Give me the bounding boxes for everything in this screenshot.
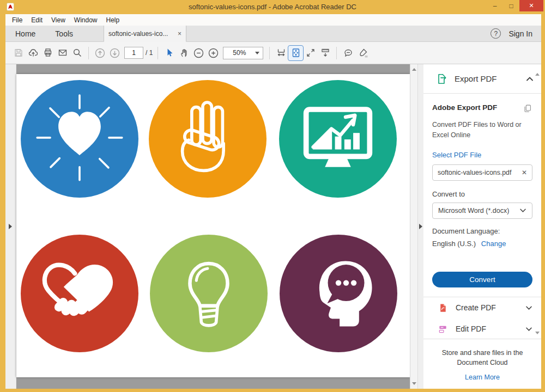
zoom-out-button[interactable] bbox=[191, 46, 206, 60]
highlighter-icon bbox=[358, 47, 368, 58]
panel-collapse-strip[interactable] bbox=[417, 64, 423, 389]
create-pdf-icon bbox=[438, 303, 448, 313]
tab-tools[interactable]: Tools bbox=[45, 26, 83, 41]
titlebar: softonic-values-icons.pdf - Adobe Acroba… bbox=[0, 0, 545, 14]
fullscreen-button[interactable] bbox=[303, 46, 318, 60]
page-number-input[interactable] bbox=[124, 47, 143, 59]
panel-scroll-down-icon[interactable] bbox=[535, 332, 540, 334]
document-language-label: Document Language: bbox=[432, 227, 532, 235]
tab-home[interactable]: Home bbox=[5, 26, 45, 41]
adobe-export-pdf-text: Adobe Export PDF bbox=[432, 103, 497, 113]
edit-pdf-icon bbox=[438, 324, 448, 334]
format-dropdown[interactable]: Microsoft Word (*.docx) bbox=[432, 203, 532, 219]
page-up-icon bbox=[94, 47, 106, 59]
fit-page-icon bbox=[290, 47, 301, 58]
select-pdf-file-link[interactable]: Select PDF File bbox=[432, 151, 532, 159]
share-button[interactable] bbox=[26, 46, 40, 60]
edit-pdf-label: Edit PDF bbox=[456, 324, 486, 333]
window-controls: – □ ✕ bbox=[487, 0, 543, 11]
toolbar-divider bbox=[88, 47, 89, 59]
highlight-button[interactable] bbox=[355, 46, 370, 60]
tab-document[interactable]: softonic-values-ico... × bbox=[104, 26, 186, 42]
print-button[interactable] bbox=[40, 46, 55, 60]
acrobat-window: softonic-values-icons.pdf - Adobe Acroba… bbox=[0, 0, 545, 392]
selected-file-box[interactable]: softonic-values-icons.pdf ✕ bbox=[432, 164, 532, 181]
pdf-page bbox=[16, 74, 410, 377]
comment-button[interactable] bbox=[341, 46, 355, 60]
menubar: File Edit View Window Help bbox=[5, 14, 541, 26]
footer-text: Store and share files in the Document Cl… bbox=[434, 348, 530, 367]
help-circle-icon[interactable]: ? bbox=[491, 28, 501, 39]
adobe-export-pdf-title: Adobe Export PDF bbox=[432, 103, 532, 113]
window-title: softonic-values-icons.pdf - Adobe Acroba… bbox=[0, 3, 545, 11]
document-scrollbar[interactable] bbox=[410, 64, 417, 389]
main-area: Export PDF Adobe Export PDF bbox=[5, 64, 541, 389]
toolbar: / 1 50 bbox=[5, 42, 541, 64]
fit-width-button[interactable] bbox=[274, 46, 288, 60]
menu-edit[interactable]: Edit bbox=[27, 16, 47, 24]
save-button[interactable] bbox=[11, 46, 26, 60]
head-with-speech-bubble-icon bbox=[280, 235, 397, 352]
scroll-up-icon[interactable] bbox=[412, 68, 416, 71]
menu-window[interactable]: Window bbox=[70, 16, 102, 24]
menu-file[interactable]: File bbox=[8, 16, 27, 24]
zoom-in-button[interactable] bbox=[206, 46, 221, 60]
save-icon bbox=[13, 47, 24, 58]
email-icon bbox=[57, 47, 68, 58]
select-tool-button[interactable] bbox=[162, 46, 177, 60]
export-pdf-body: Adobe Export PDF Convert PDF Files to Wo… bbox=[423, 94, 541, 297]
menu-help[interactable]: Help bbox=[102, 16, 124, 24]
language-value: English (U.S.) bbox=[432, 240, 476, 248]
fit-width-icon bbox=[276, 47, 287, 58]
remove-file-icon[interactable]: ✕ bbox=[519, 169, 527, 176]
zoom-out-icon bbox=[193, 47, 204, 59]
convert-to-label: Convert to bbox=[432, 190, 532, 198]
tab-document-label: softonic-values-ico... bbox=[108, 30, 174, 38]
change-language-link[interactable]: Change bbox=[481, 240, 506, 248]
sign-in-button[interactable]: Sign In bbox=[508, 29, 532, 38]
create-pdf-row[interactable]: Create PDF bbox=[423, 297, 541, 318]
fullscreen-icon bbox=[305, 47, 316, 58]
chevron-down-icon bbox=[255, 52, 259, 54]
tab-close-icon[interactable]: × bbox=[174, 30, 181, 38]
email-button[interactable] bbox=[55, 46, 70, 60]
menu-view[interactable]: View bbox=[47, 16, 70, 24]
open-nav-pane-icon[interactable] bbox=[9, 224, 12, 229]
next-page-button[interactable] bbox=[107, 46, 122, 60]
print-icon bbox=[43, 47, 53, 58]
copy-document-icon bbox=[523, 103, 532, 113]
growth-chart-monitor-icon bbox=[279, 80, 397, 198]
lightbulb-icon bbox=[150, 235, 268, 352]
handshake-heart-icon bbox=[21, 235, 138, 352]
navigation-pane-strip[interactable] bbox=[5, 64, 16, 389]
tabbar-right: ? Sign In bbox=[491, 26, 541, 41]
chevron-up-icon[interactable] bbox=[526, 76, 534, 82]
panel-scroll-area: Export PDF Adobe Export PDF bbox=[423, 64, 541, 339]
app-frame: File Edit View Window Help Home Tools so… bbox=[5, 14, 541, 389]
export-pdf-header[interactable]: Export PDF bbox=[423, 64, 541, 94]
zoom-level-select[interactable]: 50% bbox=[223, 47, 263, 59]
convert-button[interactable]: Convert bbox=[432, 272, 532, 287]
page-total: / 1 bbox=[146, 49, 153, 57]
learn-more-link[interactable]: Learn More bbox=[423, 373, 541, 381]
close-button[interactable]: ✕ bbox=[519, 0, 543, 11]
maximize-button[interactable]: □ bbox=[503, 0, 519, 11]
hand-tool-icon bbox=[179, 47, 190, 58]
zoom-level-value: 50% bbox=[223, 49, 255, 57]
edit-pdf-row[interactable]: Edit PDF bbox=[423, 318, 541, 339]
scroll-down-icon[interactable] bbox=[412, 382, 416, 385]
panel-scroll-up-icon[interactable] bbox=[535, 73, 540, 76]
fit-page-button[interactable] bbox=[288, 46, 303, 60]
heart-with-rays-icon bbox=[21, 80, 138, 198]
previous-page-button[interactable] bbox=[93, 46, 107, 60]
toolbar-mode-button[interactable] bbox=[318, 46, 332, 60]
upload-cloud-icon bbox=[28, 47, 39, 58]
select-cursor-icon bbox=[164, 47, 175, 58]
format-value: Microsoft Word (*.docx) bbox=[438, 207, 519, 215]
search-button[interactable] bbox=[70, 46, 84, 60]
export-pdf-label: Export PDF bbox=[455, 74, 526, 83]
minimize-button[interactable]: – bbox=[487, 0, 503, 11]
chevron-down-icon bbox=[525, 305, 532, 310]
hand-tool-button[interactable] bbox=[177, 46, 191, 60]
collapse-panel-icon[interactable] bbox=[419, 224, 422, 229]
